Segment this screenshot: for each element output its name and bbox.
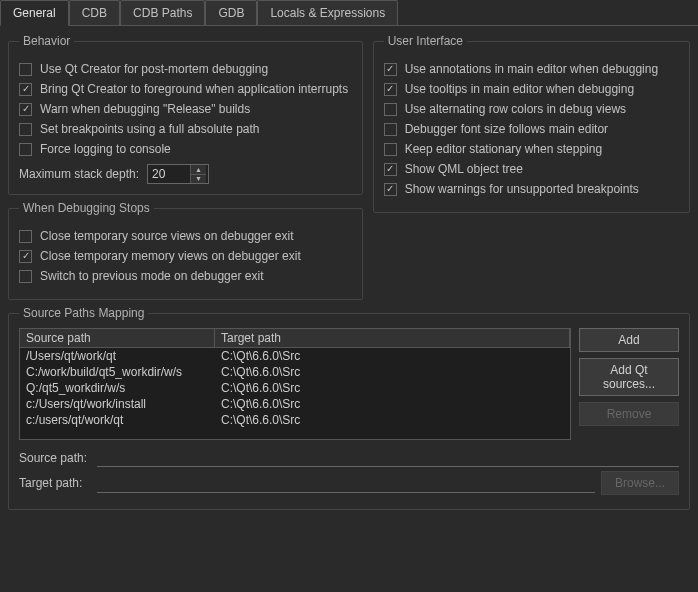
ui-legend: User Interface [384,34,467,48]
tab-gdb[interactable]: GDB [205,0,257,25]
source-path-input[interactable] [97,448,679,467]
ui-group: User Interface Use annotations in main e… [373,34,690,213]
chk-force-log[interactable] [19,143,32,156]
lbl-abs-breakpoints[interactable]: Set breakpoints using a full absolute pa… [40,122,259,136]
cell-target: C:\Qt\6.6.0\Src [215,396,570,412]
cell-target: C:\Qt\6.6.0\Src [215,348,570,364]
spin-up-icon[interactable]: ▲ [191,165,206,175]
chk-keep-stationary[interactable] [384,143,397,156]
add-button[interactable]: Add [579,328,679,352]
chk-abs-breakpoints[interactable] [19,123,32,136]
lbl-switch-prev[interactable]: Switch to previous mode on debugger exit [40,269,263,283]
tab-general[interactable]: General [0,0,69,26]
chk-switch-prev[interactable] [19,270,32,283]
cell-target: C:\Qt\6.6.0\Src [215,380,570,396]
lbl-tooltips[interactable]: Use tooltips in main editor when debuggi… [405,82,634,96]
col-source-header[interactable]: Source path [20,329,215,348]
cell-source: Q:/qt5_workdir/w/s [20,380,215,396]
max-stack-input[interactable] [148,165,190,183]
path-table[interactable]: Source path Target path /Users/qt/work/q… [19,328,571,440]
lbl-close-mem[interactable]: Close temporary memory views on debugger… [40,249,301,263]
chk-close-mem[interactable] [19,250,32,263]
table-row[interactable]: /Users/qt/work/qtC:\Qt\6.6.0\Src [20,348,570,364]
chk-bring-foreground[interactable] [19,83,32,96]
behavior-group: Behavior Use Qt Creator for post-mortem … [8,34,363,195]
stops-legend: When Debugging Stops [19,201,154,215]
cell-source: C:/work/build/qt5_workdir/w/s [20,364,215,380]
lbl-bring-foreground[interactable]: Bring Qt Creator to foreground when appl… [40,82,348,96]
stops-group: When Debugging Stops Close temporary sou… [8,201,363,300]
cell-source: c:/users/qt/work/qt [20,412,215,428]
chk-font-follow[interactable] [384,123,397,136]
lbl-force-log[interactable]: Force logging to console [40,142,171,156]
tab-cdb-paths[interactable]: CDB Paths [120,0,205,25]
chk-postmortem[interactable] [19,63,32,76]
lbl-font-follow[interactable]: Debugger font size follows main editor [405,122,608,136]
chk-qml-tree[interactable] [384,163,397,176]
lbl-postmortem[interactable]: Use Qt Creator for post-mortem debugging [40,62,268,76]
chk-annotations[interactable] [384,63,397,76]
lbl-warn-bp[interactable]: Show warnings for unsupported breakpoint… [405,182,639,196]
tab-bar: General CDB CDB Paths GDB Locals & Expre… [0,0,698,26]
table-row[interactable]: c:/Users/qt/work/installC:\Qt\6.6.0\Src [20,396,570,412]
chk-close-src[interactable] [19,230,32,243]
lbl-warn-release[interactable]: Warn when debugging "Release" builds [40,102,250,116]
chk-warn-release[interactable] [19,103,32,116]
table-row[interactable]: c:/users/qt/work/qtC:\Qt\6.6.0\Src [20,412,570,428]
cell-source: c:/Users/qt/work/install [20,396,215,412]
cell-target: C:\Qt\6.6.0\Src [215,364,570,380]
lbl-keep-stationary[interactable]: Keep editor stationary when stepping [405,142,602,156]
tab-cdb[interactable]: CDB [69,0,120,25]
lbl-qml-tree[interactable]: Show QML object tree [405,162,523,176]
chk-tooltips[interactable] [384,83,397,96]
mapping-legend: Source Paths Mapping [19,306,148,320]
max-stack-spinbox[interactable]: ▲ ▼ [147,164,209,184]
target-path-input[interactable] [97,474,595,493]
tab-locals-expressions[interactable]: Locals & Expressions [257,0,398,25]
target-path-label: Target path: [19,476,91,490]
chk-alt-rows[interactable] [384,103,397,116]
source-path-label: Source path: [19,451,91,465]
lbl-close-src[interactable]: Close temporary source views on debugger… [40,229,293,243]
add-qt-sources-button[interactable]: Add Qt sources... [579,358,679,396]
col-target-header[interactable]: Target path [215,329,570,348]
lbl-annotations[interactable]: Use annotations in main editor when debu… [405,62,659,76]
spin-down-icon[interactable]: ▼ [191,175,206,184]
cell-source: /Users/qt/work/qt [20,348,215,364]
chk-warn-bp[interactable] [384,183,397,196]
lbl-alt-rows[interactable]: Use alternating row colors in debug view… [405,102,626,116]
behavior-legend: Behavior [19,34,74,48]
table-row[interactable]: Q:/qt5_workdir/w/sC:\Qt\6.6.0\Src [20,380,570,396]
mapping-group: Source Paths Mapping Source path Target … [8,306,690,510]
max-stack-label: Maximum stack depth: [19,167,139,181]
table-row[interactable]: C:/work/build/qt5_workdir/w/sC:\Qt\6.6.0… [20,364,570,380]
browse-button[interactable]: Browse... [601,471,679,495]
cell-target: C:\Qt\6.6.0\Src [215,412,570,428]
remove-button[interactable]: Remove [579,402,679,426]
